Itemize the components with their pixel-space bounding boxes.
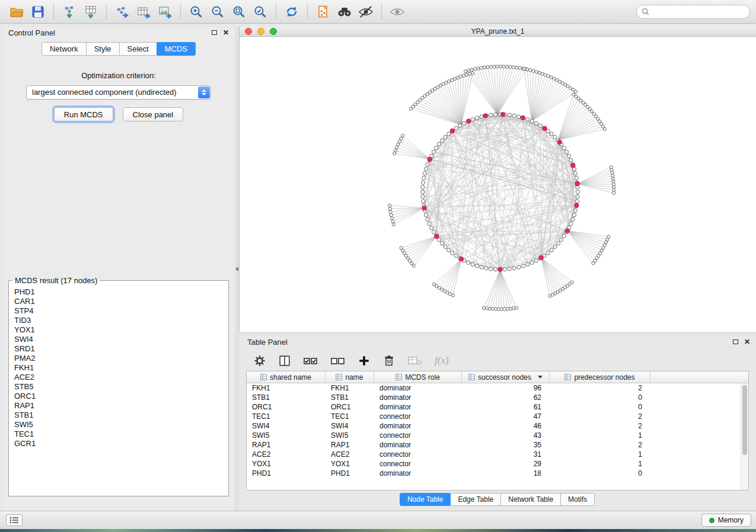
show-columns-button[interactable] [278,354,291,367]
zoom-out-button[interactable] [207,2,228,21]
mcds-result-item[interactable]: STB5 [9,382,228,392]
optimization-criterion-dropdown[interactable]: largest connected component (undirected) [26,85,211,100]
column-header-mcds-role[interactable]: MCDS role [374,371,462,383]
mcds-result-item[interactable]: SWI4 [9,335,228,344]
column-header-successor-nodes[interactable]: successor nodes [462,371,550,383]
gear-icon [253,354,266,367]
network-view-titlebar[interactable]: YPA_prune.txt_1 [240,27,756,37]
window-maximize-icon[interactable] [270,28,277,35]
column-header-name[interactable]: name [326,371,374,383]
mcds-result-list[interactable]: PHD1CAR1STP4TID3YOX1SWI4SRD1PMA2FKH1ACE2… [9,287,228,496]
mcds-result-item[interactable]: ORC1 [9,392,228,401]
collapse-left-icon[interactable] [235,267,238,271]
mcds-result-item[interactable]: TID3 [9,316,228,325]
mcds-result-item[interactable]: STB1 [9,411,228,420]
export-image-button[interactable] [154,2,176,21]
mcds-result-item[interactable]: FKH1 [9,363,228,373]
mcds-result-item[interactable]: SWI5 [9,420,228,430]
table-row[interactable]: PHD1PHD1dominator180 [247,469,741,478]
select-all-rows-button[interactable] [303,354,318,367]
zoom-in-button[interactable] [186,2,207,21]
table-row[interactable]: ORC1ORC1dominator610 [247,402,741,412]
zoom-fit-button[interactable] [228,2,250,21]
mcds-result-item[interactable]: PMA2 [9,354,228,363]
tab-select[interactable]: Select [119,42,157,56]
table-row[interactable]: ACE2ACE2connector311 [247,450,741,459]
cell-name: ORC1 [326,402,374,412]
table-scrollbar[interactable] [741,383,748,490]
apply-layout-button[interactable] [281,2,302,21]
table-row[interactable]: TEC1TEC1connector472 [247,412,741,421]
zoom-out-icon [210,5,225,19]
memory-button[interactable]: Memory [701,514,751,527]
cell-successors: 31 [462,450,550,459]
column-header-predecessor-nodes[interactable]: predecessor nodes [550,371,650,383]
mcds-result-item[interactable]: ACE2 [9,373,228,382]
cell-filler [650,402,741,412]
show-panel-list-button[interactable] [6,514,23,526]
mcds-result-item[interactable]: CAR1 [9,297,228,306]
mcds-result-item[interactable]: RAP1 [9,401,228,411]
tab-motifs[interactable]: Motifs [560,493,595,506]
add-column-button[interactable] [358,354,371,367]
scrollbar-thumb[interactable] [742,385,747,455]
run-mcds-button[interactable]: Run MCDS [54,107,113,121]
table-row[interactable]: SWI5SWI5connector431 [247,431,741,440]
import-network-button[interactable] [59,2,80,21]
close-panel-button[interactable]: Close panel [123,107,184,121]
show-all-button[interactable] [387,2,408,21]
deselect-all-rows-button[interactable] [330,354,346,367]
cell-predecessors: 1 [550,450,650,459]
table-settings-button[interactable] [253,354,266,367]
tab-network-table[interactable]: Network Table [500,493,561,506]
float-panel-icon[interactable] [212,30,217,35]
hide-selected-button[interactable] [355,2,377,21]
vertical-splitter[interactable] [235,27,239,511]
mcds-result-item[interactable]: TEC1 [9,430,228,439]
mcds-result-item[interactable]: YOX1 [9,325,228,335]
table-row[interactable]: STB1STB1dominator620 [247,393,741,402]
cell-filler [650,459,741,469]
close-panel-icon[interactable]: ✕ [223,29,229,36]
status-bar: Memory [0,511,756,529]
close-table-panel-icon[interactable]: ✕ [744,338,750,345]
cell-successors: 96 [462,383,550,393]
table-row[interactable]: YOX1YOX1connector291 [247,459,741,469]
table-row[interactable]: FKH1FKH1dominator962 [247,383,741,393]
column-header-shared-name[interactable]: shared name [247,371,326,383]
new-network-from-selection-button[interactable] [312,2,334,21]
tab-edge-table[interactable]: Edge Table [450,493,501,506]
function-builder-button[interactable]: f(x) [435,355,449,367]
window-minimize-icon[interactable] [257,28,264,35]
cell-role: connector [374,450,462,459]
network-canvas[interactable] [240,37,756,332]
tab-style[interactable]: Style [86,42,120,56]
open-session-button[interactable] [6,2,27,21]
delete-table-button[interactable] [407,354,423,367]
export-network-button[interactable] [111,2,133,21]
delete-column-button[interactable] [382,354,395,367]
mcds-result-item[interactable]: PHD1 [9,287,228,297]
zoom-selected-button[interactable] [250,2,271,21]
search-box[interactable] [636,5,750,19]
import-table-button[interactable] [80,2,101,21]
cell-shared-name: RAP1 [247,440,326,450]
search-input[interactable] [652,8,745,16]
mcds-result-item[interactable]: GCR1 [9,439,228,448]
mcds-result-item[interactable]: STP4 [9,306,228,316]
export-table-button[interactable] [133,2,154,21]
save-session-button[interactable] [27,2,49,21]
tab-network[interactable]: Network [42,42,87,56]
table-row[interactable]: SWI4SWI4dominator462 [247,421,741,431]
float-table-panel-icon[interactable] [733,339,738,344]
tab-mcds[interactable]: MCDS [157,42,196,56]
cell-successors: 29 [462,459,550,469]
network-graph[interactable] [240,37,756,332]
first-neighbors-button[interactable] [334,2,355,21]
column-sort-icon [260,374,267,380]
window-close-icon[interactable] [245,28,252,35]
tab-node-table[interactable]: Node Table [400,493,451,506]
cell-filler [650,421,741,431]
table-row[interactable]: RAP1RAP1dominator352 [247,440,741,450]
mcds-result-item[interactable]: SRD1 [9,344,228,354]
